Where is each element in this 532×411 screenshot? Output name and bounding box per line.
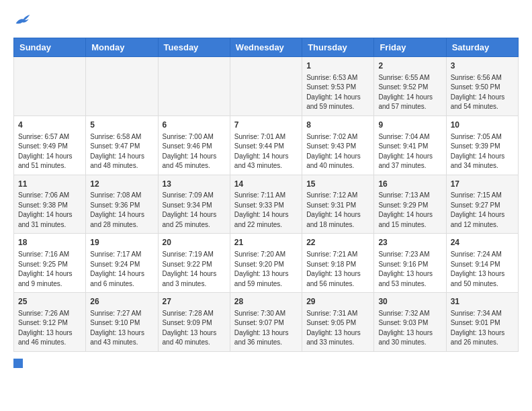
calendar-day-header: Tuesday: [158, 38, 230, 57]
calendar-cell: 8Sunrise: 7:02 AM Sunset: 9:43 PM Daylig…: [302, 116, 374, 175]
day-info: Sunrise: 6:58 AM Sunset: 9:47 PM Dayligh…: [90, 132, 153, 171]
day-info: Sunrise: 7:19 AM Sunset: 9:22 PM Dayligh…: [163, 250, 226, 289]
day-number: 24: [451, 237, 514, 248]
calendar-cell: 13Sunrise: 7:09 AM Sunset: 9:34 PM Dayli…: [158, 175, 230, 234]
calendar-table: SundayMondayTuesdayWednesdayThursdayFrid…: [13, 38, 519, 352]
calendar-week-row: 1Sunrise: 6:53 AM Sunset: 9:53 PM Daylig…: [14, 57, 519, 116]
day-info: Sunrise: 7:08 AM Sunset: 9:36 PM Dayligh…: [90, 191, 153, 230]
calendar-cell: [230, 57, 302, 116]
calendar-day-header: Wednesday: [230, 38, 302, 57]
logo-bird-icon: [15, 13, 31, 27]
day-info: Sunrise: 7:27 AM Sunset: 9:10 PM Dayligh…: [90, 309, 153, 348]
calendar-day-header: Monday: [86, 38, 158, 57]
calendar-week-row: 11Sunrise: 7:06 AM Sunset: 9:38 PM Dayli…: [14, 175, 519, 234]
day-info: Sunrise: 6:55 AM Sunset: 9:52 PM Dayligh…: [378, 73, 441, 112]
day-info: Sunrise: 7:30 AM Sunset: 9:07 PM Dayligh…: [234, 309, 298, 348]
day-number: 12: [90, 179, 153, 190]
calendar-cell: 12Sunrise: 7:08 AM Sunset: 9:36 PM Dayli…: [86, 175, 158, 234]
logo: [13, 13, 31, 27]
calendar-header-row: SundayMondayTuesdayWednesdayThursdayFrid…: [14, 38, 519, 57]
day-info: Sunrise: 7:31 AM Sunset: 9:05 PM Dayligh…: [306, 309, 369, 348]
day-number: 25: [18, 296, 81, 308]
calendar-cell: [158, 57, 230, 116]
day-info: Sunrise: 7:05 AM Sunset: 9:39 PM Dayligh…: [451, 132, 514, 171]
day-number: 7: [234, 120, 298, 131]
day-number: 13: [163, 179, 226, 190]
calendar-cell: 6Sunrise: 7:00 AM Sunset: 9:46 PM Daylig…: [158, 116, 230, 175]
day-info: Sunrise: 7:09 AM Sunset: 9:34 PM Dayligh…: [163, 191, 226, 230]
calendar-cell: 23Sunrise: 7:23 AM Sunset: 9:16 PM Dayli…: [374, 234, 446, 293]
day-number: 15: [306, 179, 369, 190]
day-number: 10: [451, 120, 514, 131]
calendar-cell: 9Sunrise: 7:04 AM Sunset: 9:41 PM Daylig…: [374, 116, 446, 175]
calendar-cell: 30Sunrise: 7:32 AM Sunset: 9:03 PM Dayli…: [374, 293, 446, 352]
day-info: Sunrise: 6:53 AM Sunset: 9:53 PM Dayligh…: [306, 73, 369, 112]
day-number: 1: [306, 60, 369, 72]
calendar-cell: 27Sunrise: 7:28 AM Sunset: 9:09 PM Dayli…: [158, 293, 230, 352]
day-number: 9: [378, 120, 441, 131]
day-info: Sunrise: 7:01 AM Sunset: 9:44 PM Dayligh…: [234, 132, 298, 171]
calendar-cell: 2Sunrise: 6:55 AM Sunset: 9:52 PM Daylig…: [374, 57, 446, 116]
calendar-cell: 25Sunrise: 7:26 AM Sunset: 9:12 PM Dayli…: [14, 293, 86, 352]
day-number: 26: [90, 296, 153, 308]
day-number: 17: [451, 179, 514, 190]
calendar-day-header: Thursday: [302, 38, 374, 57]
calendar-day-header: Saturday: [446, 38, 518, 57]
day-number: 6: [163, 120, 226, 131]
day-info: Sunrise: 7:21 AM Sunset: 9:18 PM Dayligh…: [306, 250, 369, 289]
calendar-cell: 15Sunrise: 7:12 AM Sunset: 9:31 PM Dayli…: [302, 175, 374, 234]
calendar-week-row: 25Sunrise: 7:26 AM Sunset: 9:12 PM Dayli…: [14, 293, 519, 352]
calendar-week-row: 4Sunrise: 6:57 AM Sunset: 9:49 PM Daylig…: [14, 116, 519, 175]
day-number: 27: [163, 296, 226, 308]
day-info: Sunrise: 7:04 AM Sunset: 9:41 PM Dayligh…: [378, 132, 441, 171]
calendar-cell: 24Sunrise: 7:24 AM Sunset: 9:14 PM Dayli…: [446, 234, 518, 293]
calendar-cell: 26Sunrise: 7:27 AM Sunset: 9:10 PM Dayli…: [86, 293, 158, 352]
calendar-cell: 18Sunrise: 7:16 AM Sunset: 9:25 PM Dayli…: [14, 234, 86, 293]
footer-legend: [13, 359, 519, 368]
day-info: Sunrise: 7:26 AM Sunset: 9:12 PM Dayligh…: [18, 309, 81, 348]
day-info: Sunrise: 7:16 AM Sunset: 9:25 PM Dayligh…: [18, 250, 81, 289]
header: [13, 13, 519, 27]
day-number: 16: [378, 179, 441, 190]
calendar-cell: 19Sunrise: 7:17 AM Sunset: 9:24 PM Dayli…: [86, 234, 158, 293]
calendar-cell: 28Sunrise: 7:30 AM Sunset: 9:07 PM Dayli…: [230, 293, 302, 352]
day-number: 28: [234, 296, 298, 308]
calendar-cell: 3Sunrise: 6:56 AM Sunset: 9:50 PM Daylig…: [446, 57, 518, 116]
day-info: Sunrise: 7:02 AM Sunset: 9:43 PM Dayligh…: [306, 132, 369, 171]
calendar-cell: 11Sunrise: 7:06 AM Sunset: 9:38 PM Dayli…: [14, 175, 86, 234]
calendar-cell: 10Sunrise: 7:05 AM Sunset: 9:39 PM Dayli…: [446, 116, 518, 175]
day-number: 19: [90, 237, 153, 248]
day-info: Sunrise: 7:00 AM Sunset: 9:46 PM Dayligh…: [163, 132, 226, 171]
day-info: Sunrise: 7:24 AM Sunset: 9:14 PM Dayligh…: [451, 250, 514, 289]
calendar-day-header: Friday: [374, 38, 446, 57]
day-number: 5: [90, 120, 153, 131]
day-info: Sunrise: 6:57 AM Sunset: 9:49 PM Dayligh…: [18, 132, 81, 171]
calendar-cell: [14, 57, 86, 116]
day-info: Sunrise: 7:13 AM Sunset: 9:29 PM Dayligh…: [378, 191, 441, 230]
calendar-cell: 7Sunrise: 7:01 AM Sunset: 9:44 PM Daylig…: [230, 116, 302, 175]
calendar-week-row: 18Sunrise: 7:16 AM Sunset: 9:25 PM Dayli…: [14, 234, 519, 293]
calendar-cell: [86, 57, 158, 116]
calendar-cell: 16Sunrise: 7:13 AM Sunset: 9:29 PM Dayli…: [374, 175, 446, 234]
calendar-cell: 4Sunrise: 6:57 AM Sunset: 9:49 PM Daylig…: [14, 116, 86, 175]
calendar-cell: 1Sunrise: 6:53 AM Sunset: 9:53 PM Daylig…: [302, 57, 374, 116]
calendar-cell: 31Sunrise: 7:34 AM Sunset: 9:01 PM Dayli…: [446, 293, 518, 352]
day-number: 18: [18, 237, 81, 248]
day-number: 14: [234, 179, 298, 190]
day-info: Sunrise: 7:32 AM Sunset: 9:03 PM Dayligh…: [378, 309, 441, 348]
day-info: Sunrise: 7:15 AM Sunset: 9:27 PM Dayligh…: [451, 191, 514, 230]
calendar-cell: 5Sunrise: 6:58 AM Sunset: 9:47 PM Daylig…: [86, 116, 158, 175]
day-number: 11: [18, 179, 81, 190]
calendar-cell: 29Sunrise: 7:31 AM Sunset: 9:05 PM Dayli…: [302, 293, 374, 352]
day-info: Sunrise: 7:06 AM Sunset: 9:38 PM Dayligh…: [18, 191, 81, 230]
day-info: Sunrise: 7:12 AM Sunset: 9:31 PM Dayligh…: [306, 191, 369, 230]
calendar-cell: 17Sunrise: 7:15 AM Sunset: 9:27 PM Dayli…: [446, 175, 518, 234]
day-number: 21: [234, 237, 298, 248]
day-number: 3: [451, 60, 514, 72]
day-number: 31: [451, 296, 514, 308]
day-number: 22: [306, 237, 369, 248]
day-info: Sunrise: 7:28 AM Sunset: 9:09 PM Dayligh…: [163, 309, 226, 348]
day-number: 23: [378, 237, 441, 248]
day-info: Sunrise: 7:34 AM Sunset: 9:01 PM Dayligh…: [451, 309, 514, 348]
calendar-day-header: Sunday: [14, 38, 86, 57]
